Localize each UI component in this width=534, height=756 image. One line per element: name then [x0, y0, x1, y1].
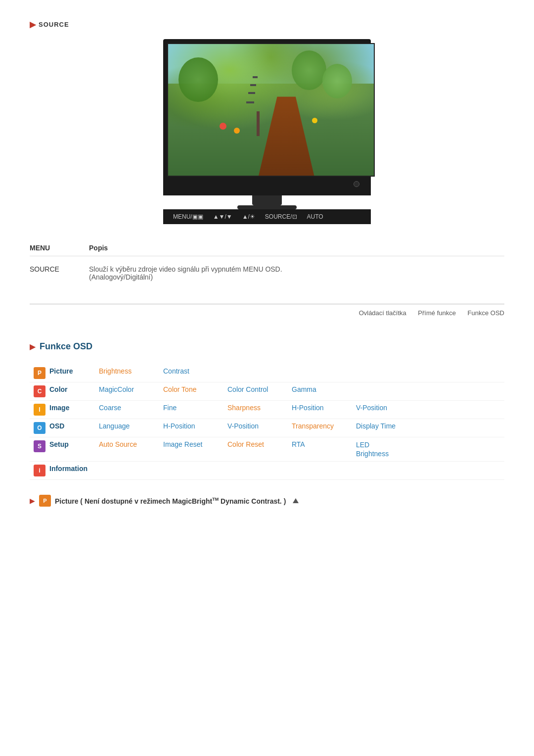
osd-row-color: C Color MagicColor Color Tone Color Cont… — [30, 382, 504, 401]
osd-items-osd: Language H-Position V-Position Transpare… — [99, 422, 504, 430]
osd-item-sharpness[interactable]: Sharpness — [227, 404, 277, 412]
osd-item-colorreset[interactable]: Color Reset — [227, 440, 277, 458]
osd-items-picture: Brightness Contrast — [99, 367, 504, 375]
osd-item-contrast[interactable]: Contrast — [163, 367, 213, 375]
osd-item-ledbrightness[interactable]: LEDBrightness — [356, 440, 405, 458]
source-header: ▶ SOURCE — [30, 20, 504, 29]
osd-icon: O — [34, 422, 45, 434]
osd-item-vposition-image[interactable]: V-Position — [356, 404, 405, 412]
osd-item-transparency[interactable]: Transparency — [292, 422, 341, 430]
osd-item-gamma[interactable]: Gamma — [292, 385, 341, 393]
monitor-bottom — [167, 177, 367, 191]
osd-item-displaytime[interactable]: Display Time — [356, 422, 405, 430]
osd-item-colortone[interactable]: Color Tone — [163, 385, 213, 393]
osd-table: P Picture Brightness Contrast C Color Ma… — [30, 364, 504, 480]
osd-item-colorcontrol[interactable]: Color Control — [227, 385, 277, 393]
osd-item-magiccolor[interactable]: MagicColor — [99, 385, 148, 393]
col-menu-header: MENU — [30, 244, 89, 252]
osd-items-color: MagicColor Color Tone Color Control Gamm… — [99, 385, 504, 393]
osd-item-hposition-image[interactable]: H-Position — [292, 404, 341, 412]
osd-item-rta[interactable]: RTA — [292, 440, 341, 458]
monitor-container: MENU/▣▣ ▲▼/▼ ▲/☀ SOURCE/⊡ AUTO — [30, 39, 504, 224]
osd-category-setup[interactable]: Setup — [49, 440, 99, 448]
source-button-label[interactable]: SOURCE/⊡ — [265, 213, 297, 220]
osd-item-coarse[interactable]: Coarse — [99, 404, 148, 412]
menu-item-source: SOURCE — [30, 265, 89, 281]
menu-table: MENU Popis SOURCE Slouží k výběru zdroje… — [30, 244, 504, 284]
osd-icon-cell-setup: S — [30, 440, 49, 452]
osd-icon-cell-color: C — [30, 385, 49, 397]
nav-prime[interactable]: Přímé funkce — [418, 309, 456, 317]
col-desc-header: Popis — [89, 244, 504, 252]
osd-category-osd[interactable]: OSD — [49, 422, 99, 430]
osd-icon-cell-osd: O — [30, 422, 49, 434]
monitor-base — [237, 205, 297, 209]
image-icon: I — [34, 404, 45, 416]
osd-item-autosource[interactable]: Auto Source — [99, 440, 148, 458]
osd-item-vposition-osd[interactable]: V-Position — [227, 422, 277, 430]
menu-button-label[interactable]: MENU/▣▣ — [173, 213, 203, 220]
auto-button-label[interactable]: AUTO — [307, 213, 323, 220]
bottom-note: ▶ P Picture ( Není dostupné v režimech M… — [30, 495, 504, 507]
nav-ovladaci[interactable]: Ovládací tlačítka — [359, 309, 406, 317]
monitor-wrapper: MENU/▣▣ ▲▼/▼ ▲/☀ SOURCE/⊡ AUTO — [163, 39, 371, 224]
osd-item-brightness[interactable]: Brightness — [99, 367, 148, 375]
brightness-button-label[interactable]: ▲/☀ — [242, 213, 255, 220]
setup-icon: S — [34, 440, 45, 452]
osd-row-information: i Information — [30, 462, 504, 480]
table-row: SOURCE Slouží k výběru zdroje video sign… — [30, 262, 504, 284]
bottom-note-img-icon: P — [39, 495, 51, 507]
color-icon: C — [34, 385, 45, 397]
source-label: SOURCE — [39, 21, 69, 28]
osd-icon-cell-image: I — [30, 404, 49, 416]
source-icon: ▶ — [30, 20, 36, 29]
monitor-power-button[interactable] — [354, 181, 359, 187]
osd-item-fine[interactable]: Fine — [163, 404, 213, 412]
table-header: MENU Popis — [30, 244, 504, 256]
picture-icon: P — [34, 367, 45, 379]
osd-item-imagereset[interactable]: Image Reset — [163, 440, 213, 458]
information-icon: i — [34, 465, 45, 476]
osd-row-setup: S Setup Auto Source Image Reset Color Re… — [30, 437, 504, 462]
nav-funkce-osd[interactable]: Funkce OSD — [468, 309, 504, 317]
osd-items-setup: Auto Source Image Reset Color Reset RTA … — [99, 440, 504, 458]
osd-row-image: I Image Coarse Fine Sharpness H-Position… — [30, 401, 504, 419]
osd-items-image: Coarse Fine Sharpness H-Position V-Posit… — [99, 404, 504, 412]
arrow-up-icon[interactable] — [293, 498, 299, 503]
monitor-screen — [167, 43, 375, 177]
funkce-osd-header: ▶ Funkce OSD — [30, 341, 504, 352]
funkce-osd-title: Funkce OSD — [40, 341, 92, 352]
updown-button-label[interactable]: ▲▼/▼ — [213, 213, 232, 220]
osd-category-picture[interactable]: Picture — [49, 367, 99, 375]
funkce-osd-section: ▶ Funkce OSD P Picture Brightness Contra… — [30, 341, 504, 480]
desc-item-source: Slouží k výběru zdroje video signálu při… — [89, 265, 504, 281]
osd-item-hposition-osd[interactable]: H-Position — [163, 422, 213, 430]
osd-item-language[interactable]: Language — [99, 422, 148, 430]
nav-links: Ovládací tlačítka Přímé funkce Funkce OS… — [30, 304, 504, 317]
control-bar: MENU/▣▣ ▲▼/▼ ▲/☀ SOURCE/⊡ AUTO — [163, 209, 371, 224]
monitor-stand — [252, 195, 282, 205]
osd-icon-cell-information: i — [30, 465, 49, 476]
osd-category-information[interactable]: Information — [49, 465, 99, 472]
osd-icon-cell-picture: P — [30, 367, 49, 379]
osd-row-osd: O OSD Language H-Position V-Position Tra… — [30, 419, 504, 437]
monitor-bezel — [163, 39, 371, 195]
bottom-note-text: Picture ( Není dostupné v režimech Magic… — [55, 497, 286, 505]
osd-row-picture: P Picture Brightness Contrast — [30, 364, 504, 382]
funkce-icon: ▶ — [30, 342, 36, 351]
osd-category-image[interactable]: Image — [49, 404, 99, 412]
osd-category-color[interactable]: Color — [49, 385, 99, 393]
bottom-note-arrow-icon: ▶ — [30, 497, 35, 505]
